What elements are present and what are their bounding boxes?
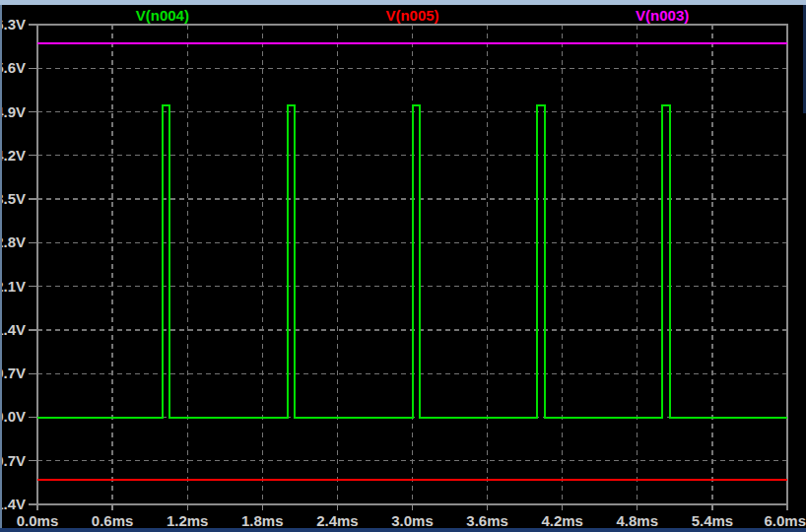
- trace-label-v-n004[interactable]: V(n004): [37, 7, 288, 24]
- x-tick-label: 4.8ms: [617, 512, 659, 529]
- axis-ticks: [29, 25, 787, 510]
- axis-labels: 0.0ms0.6ms1.2ms1.8ms2.4ms3.0ms3.6ms4.2ms…: [0, 16, 806, 529]
- y-tick-label: 3.5V: [0, 190, 26, 207]
- y-tick-label: 2.1V: [0, 278, 26, 295]
- y-tick-label: 0.0V: [0, 408, 26, 425]
- y-tick-label: 4.2V: [0, 147, 26, 164]
- x-tick-label: 5.4ms: [692, 512, 734, 529]
- y-tick-label: 1.4V: [0, 321, 26, 338]
- trace-legend: V(n004) V(n005) V(n003): [37, 5, 787, 25]
- x-tick-label: 6.0ms: [764, 512, 806, 529]
- y-tick-label: -0.7V: [0, 452, 26, 469]
- y-tick-label: 0.7V: [0, 365, 26, 381]
- x-tick-label: 1.2ms: [167, 512, 209, 529]
- x-tick-label: 0.6ms: [92, 512, 134, 529]
- x-tick-label: 2.4ms: [316, 512, 359, 529]
- trace-label-v-n003[interactable]: V(n003): [537, 7, 787, 24]
- trace-label-v-n005[interactable]: V(n005): [288, 7, 538, 24]
- y-tick-label: 5.6V: [0, 59, 26, 76]
- x-tick-label: 0.0ms: [17, 512, 59, 529]
- traces: [37, 43, 787, 480]
- waveform-viewer-window: 0.0ms0.6ms1.2ms1.8ms2.4ms3.0ms3.6ms4.2ms…: [0, 0, 806, 532]
- y-tick-label: 4.9V: [0, 103, 26, 120]
- y-tick-label: 2.8V: [0, 233, 26, 250]
- x-tick-label: 3.6ms: [466, 512, 508, 529]
- x-tick-label: 4.2ms: [541, 512, 583, 529]
- x-tick-label: 3.0ms: [391, 512, 434, 529]
- y-tick-label: -1.4V: [0, 496, 26, 512]
- y-tick-label: 6.3V: [0, 16, 26, 33]
- window-frame-top-edge: [0, 0, 806, 5]
- window-frame-bottom-edge: [0, 528, 806, 532]
- x-tick-label: 1.8ms: [241, 512, 284, 529]
- window-frame-left-edge: [0, 5, 2, 528]
- waveform-svg[interactable]: 0.0ms0.6ms1.2ms1.8ms2.4ms3.0ms3.6ms4.2ms…: [0, 0, 806, 532]
- trace-vn004[interactable]: [37, 105, 787, 417]
- waveform-plot[interactable]: 0.0ms0.6ms1.2ms1.8ms2.4ms3.0ms3.6ms4.2ms…: [0, 0, 806, 532]
